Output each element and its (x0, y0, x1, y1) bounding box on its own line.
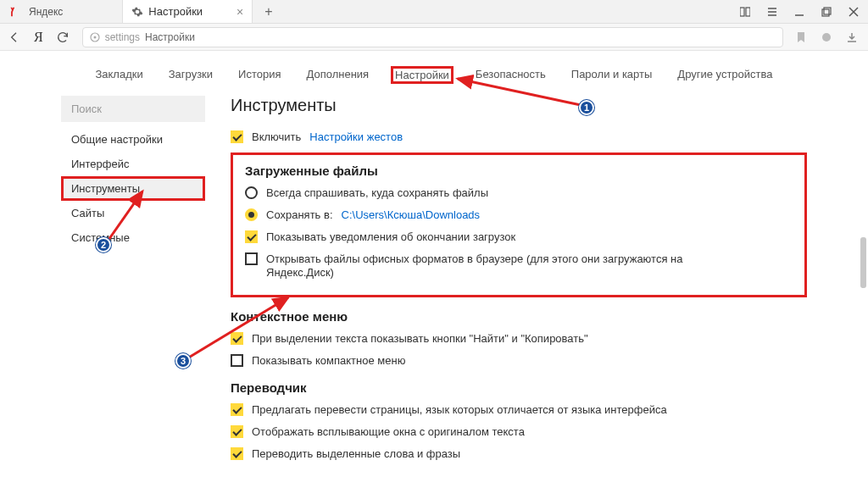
cb-compact-menu[interactable] (231, 354, 243, 367)
enable-label: Включить (252, 130, 301, 145)
app-name: Яндекс (29, 6, 63, 18)
topnav-history[interactable]: История (235, 66, 284, 84)
svg-rect-0 (740, 8, 744, 16)
cb-translate-offer-label: Предлагать перевести страницы, язык кото… (252, 403, 667, 418)
sidebar-item-interface[interactable]: Интерфейс (61, 152, 205, 176)
download-icon[interactable] (846, 31, 858, 43)
topnav-settings[interactable]: Настройки (391, 66, 453, 84)
browser-tab[interactable]: Настройки × (122, 0, 253, 23)
address-field[interactable]: settings Настройки (82, 27, 783, 47)
cb-open-office-label: Открывать файлы офисных форматов в брауз… (266, 252, 690, 281)
topnav-bookmarks[interactable]: Закладки (92, 66, 146, 84)
back-button[interactable] (7, 30, 22, 45)
cb-translate-selected[interactable] (231, 447, 243, 460)
radio-ask-location[interactable] (245, 186, 258, 199)
sidebar-item-tools[interactable]: Инструменты (61, 176, 205, 201)
enable-checkbox[interactable] (231, 130, 243, 143)
cb-find-copy-label: При выделении текста показывать кнопки "… (252, 332, 588, 347)
url-label: Настройки (145, 31, 195, 43)
site-info-icon (90, 32, 100, 42)
gesture-settings-link[interactable]: Настройки жестов (309, 130, 403, 143)
maximize-icon[interactable] (821, 6, 832, 18)
settings-topnav: Закладки Загрузки История Дополнения Нас… (0, 51, 868, 96)
menu-icon[interactable] (766, 6, 778, 18)
svg-rect-1 (746, 8, 750, 16)
cb-compact-menu-label: Показывать компактное меню (252, 354, 405, 369)
sidebar-item-general[interactable]: Общие настройки (61, 127, 205, 152)
close-tab-icon[interactable]: × (236, 5, 243, 19)
radio-save-to[interactable] (245, 208, 258, 221)
topnav-devices[interactable]: Другие устройства (674, 66, 776, 84)
topnav-downloads[interactable]: Загрузки (165, 66, 216, 84)
reload-button[interactable] (55, 30, 70, 45)
context-menu-heading: Контекстное меню (231, 309, 807, 324)
cb-translate-popup[interactable] (231, 425, 243, 438)
cb-open-office[interactable] (245, 252, 258, 265)
svg-rect-6 (822, 9, 829, 16)
scrollbar-thumb[interactable] (860, 237, 866, 288)
gear-icon (131, 6, 143, 18)
globe-icon[interactable] (821, 31, 832, 43)
bookmark-icon[interactable] (795, 31, 807, 43)
cb-download-notify-label: Показывать уведомления об окончании загр… (266, 230, 515, 245)
tab-title: Настройки (148, 5, 203, 18)
yandex-home-button[interactable]: Я (34, 30, 43, 45)
new-tab-button[interactable]: + (259, 4, 277, 19)
url-prefix: settings (105, 31, 140, 43)
titlebar: Яндекс Настройки × + (0, 0, 868, 24)
cb-translate-selected-label: Переводить выделенные слова и фразы (252, 447, 460, 462)
sidebar-item-sites[interactable]: Сайты (61, 201, 205, 225)
svg-point-12 (822, 33, 831, 42)
settings-sidebar: Поиск Общие настройки Интерфейс Инструме… (61, 96, 205, 482)
radio-ask-label: Всегда спрашивать, куда сохранять файлы (266, 186, 488, 201)
cb-download-notify[interactable] (245, 230, 258, 243)
yandex-logo-icon (5, 3, 22, 20)
sidebar-item-system[interactable]: Системные (61, 225, 205, 250)
radio-save-label: Сохранять в: (266, 208, 333, 223)
translator-heading: Переводчик (231, 380, 807, 395)
cb-translate-popup-label: Отображать всплывающие окна с оригиналом… (252, 425, 525, 440)
close-window-icon[interactable] (848, 6, 860, 18)
download-path-link[interactable]: C:\Users\Ксюша\Downloads (342, 208, 481, 221)
topnav-passwords[interactable]: Пароли и карты (568, 66, 656, 84)
minimize-icon[interactable] (793, 6, 805, 18)
svg-rect-7 (824, 8, 831, 14)
topnav-addons[interactable]: Дополнения (303, 66, 372, 84)
topnav-security[interactable]: Безопасность (472, 66, 549, 84)
settings-main: Инструменты Включить Настройки жестов За… (205, 96, 807, 482)
svg-point-11 (93, 36, 96, 38)
downloads-section: Загруженные файлы Всегда спрашивать, куд… (231, 152, 807, 297)
sidebar-search[interactable]: Поиск (61, 96, 205, 122)
panel-icon[interactable] (739, 6, 751, 18)
page-title: Инструменты (231, 96, 807, 115)
address-bar: Я settings Настройки (0, 24, 868, 51)
cb-find-copy[interactable] (231, 332, 243, 345)
downloads-heading: Загруженные файлы (245, 164, 793, 178)
cb-translate-offer[interactable] (231, 403, 243, 416)
